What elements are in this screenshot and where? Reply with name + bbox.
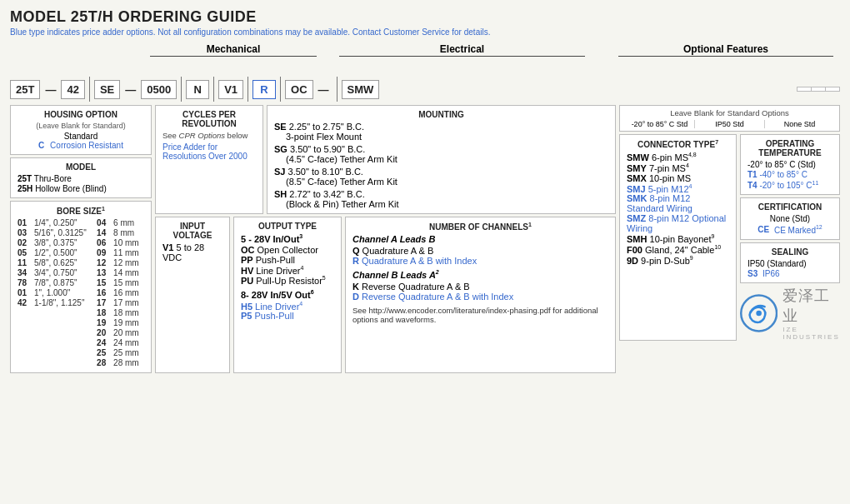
conn-smx: SMX 10-pin MS [627, 173, 729, 183]
output-type-title: OUTPUT TYPE [241, 222, 334, 231]
opt-col-2-hdr: IP50 Std [698, 120, 761, 128]
mechanical-header: Mechanical [150, 43, 317, 57]
ot-pu: PU Pull-Up Resistor5 [241, 275, 334, 286]
bore-34: 343/4", 0.750" [18, 268, 93, 277]
dash-3: — [315, 83, 332, 96]
bore-06: 0610 mm [97, 238, 144, 247]
mount-sj: SJ 3.50" to 8.10" B.C. (8.5" C-face) Tet… [274, 167, 608, 187]
opt-ip-box [812, 87, 826, 91]
divider-2 [181, 77, 182, 102]
housing-c: C Corrosion Resistant [18, 141, 144, 150]
svg-point-1 [756, 310, 762, 316]
opt-col-3-hdr: None Std [768, 120, 831, 128]
sealing-std: IP50 (Standard) [748, 259, 832, 268]
model-25t: 25T Thru-Bore [18, 174, 144, 183]
output-type-panel: OUTPUT TYPE 5 - 28V In/Out3 OC Open Coll… [233, 217, 342, 373]
housing-standard: Standard [18, 132, 144, 141]
ot-oc: OC Open Collector [241, 245, 334, 255]
bore-11: 115/8", 0.625" [18, 258, 93, 267]
logo-sub: IZE INDUSTRIES [782, 326, 840, 341]
model-panel: MODEL 25T Thru-Bore 25H Hollow Bore (Bli… [10, 157, 152, 198]
bore-25: 2525 mm [97, 348, 144, 357]
housing-note: (Leave Blank for Standard) [18, 122, 144, 130]
bore-02: 023/8", 0.375" [18, 238, 93, 247]
bore-09: 0911 mm [97, 248, 144, 257]
cycles-price-adder: Price Adder for Resolutions Over 2000 [162, 142, 256, 161]
conn-9d: 9D 9-pin D-Sub9 [627, 255, 729, 266]
ot-h5: H5 Line Driver4 [241, 301, 334, 312]
housing-title: HOUSING OPTION [18, 110, 144, 119]
code-v1: V1 [218, 80, 243, 99]
ot-8-28: 8- 28V In/5V Out6 [241, 289, 334, 300]
divider-6 [337, 77, 338, 102]
optional-features-header: Leave Blank for Standard Options -20° to… [619, 105, 840, 132]
bore-05: 051/2", 0.500" [18, 248, 93, 257]
channels-panel: NUMBER OF CHANNELS1 Channel A Leads B Q … [345, 217, 616, 373]
conn-smw: SMW 6-pin MS4,8 [627, 152, 729, 162]
channel-a-label: Channel A Leads B [352, 234, 608, 244]
model-title: MODEL [18, 162, 144, 172]
iv-v1: V1 5 to 28 VDC [162, 242, 222, 262]
input-voltage-title: INPUT VOLTAGE [162, 222, 222, 240]
bore-12: 1212 mm [97, 258, 144, 267]
mount-sh: SH 2.72" to 3.42" B.C. (Block & Pin) Tet… [274, 189, 608, 209]
dash-1: — [42, 83, 59, 96]
ch-k: K Reverse Quadrature A & B [352, 282, 608, 292]
bore-17: 1717 mm [97, 298, 144, 307]
logo-area: 爱泽工业 IZE INDUSTRIES [740, 286, 840, 341]
ch-q: Q Quadrature A & B [352, 246, 608, 256]
cert-none: None (Std) [748, 214, 832, 223]
bore-19: 1919 mm [97, 318, 144, 327]
opt-header: Leave Blank for Standard Options [625, 108, 834, 117]
ot-t4: T4 -20° to 105° C11 [748, 180, 832, 190]
code-oc: OC [285, 80, 313, 99]
divider-5 [280, 77, 281, 102]
ot-p5: P5 Push-Pull [241, 311, 334, 321]
connector-title: CONNECTOR TYPE7 [627, 139, 729, 149]
bore-01: 011/4", 0.250" [18, 218, 93, 227]
cert-panel: CERTIFICATION None (Std) CE CE Marked12 [740, 197, 840, 239]
ot-std: -20° to 85° C (Std) [748, 160, 832, 169]
bore-16: 1616 mm [97, 288, 144, 297]
logo-chinese: 爱泽工业 [782, 286, 840, 326]
code-smw: SMW [342, 80, 380, 99]
cycles-panel: CYCLES PER REVOLUTION See CPR Options be… [155, 105, 263, 214]
op-temp-panel: OPERATING TEMPERATURE -20° to 85° C (Std… [740, 134, 840, 195]
ot-hv: HV Line Driver4 [241, 265, 334, 276]
connector-panel: CONNECTOR TYPE7 SMW 6-pin MS4,8 SMY 7-pi… [619, 134, 737, 341]
bore-panel: BORE SIZE1 011/4", 0.250" 035/16", 0.312… [10, 201, 152, 373]
bore-title: BORE SIZE1 [18, 206, 144, 216]
dash-2: — [122, 83, 139, 96]
electrical-header: Electrical [339, 43, 585, 57]
bore-20: 2020 mm [97, 328, 144, 337]
opt-cols: -20° to 85° C Std IP50 Std None Std [625, 120, 834, 128]
bore-03: 035/16", 0.3125" [18, 228, 93, 237]
cert-title: CERTIFICATION [748, 202, 832, 212]
bore-col-left: 011/4", 0.250" 035/16", 0.3125" 023/8", … [18, 218, 93, 368]
conn-smh: SMH 10-pin Bayonet9 [627, 233, 729, 244]
bore-01b: 011", 1.000" [18, 288, 93, 297]
conn-smz: SMZ 8-pin M12 Optional Wiring [627, 213, 729, 233]
divider-4 [248, 77, 248, 102]
page: MODEL 25T/H ORDERING GUIDE Blue type ind… [0, 0, 850, 504]
ch-d: D Reverse Quadrature A & B with Index [352, 292, 608, 302]
conn-smk: SMK 8-pin M12 Standard Wiring [627, 193, 729, 213]
codes-row: 25T — 42 SE — 0500 N V1 R OC — SMW [10, 77, 840, 102]
cert-ce: CE CE Marked12 [748, 224, 832, 234]
conn-smy: SMY 7-pin MS4 [627, 162, 729, 173]
main-content: HOUSING OPTION (Leave Blank for Standard… [10, 105, 840, 373]
code-25t: 25T [10, 80, 40, 99]
mount-sg: SG 3.50" to 5.90" B.C. (4.5" C-face) Tet… [274, 144, 608, 164]
ot-t1: T1 -40° to 85° C [748, 170, 832, 179]
bore-28: 2828 mm [97, 358, 144, 367]
mounting-title: MOUNTING [274, 110, 608, 119]
sealing-s3: S3 IP66 [748, 269, 832, 278]
model-25h: 25H Hollow Bore (Blind) [18, 184, 144, 193]
opt-col-2: IP50 Std [695, 120, 765, 128]
optional-header: Optional Features [618, 43, 833, 57]
cycles-note: See CPR Options below [162, 131, 256, 140]
ch-r: R Quadrature A & B with Index [352, 256, 608, 266]
bore-15: 1515 mm [97, 278, 144, 287]
bore-14: 148 mm [97, 228, 144, 237]
code-r: R [252, 80, 276, 99]
